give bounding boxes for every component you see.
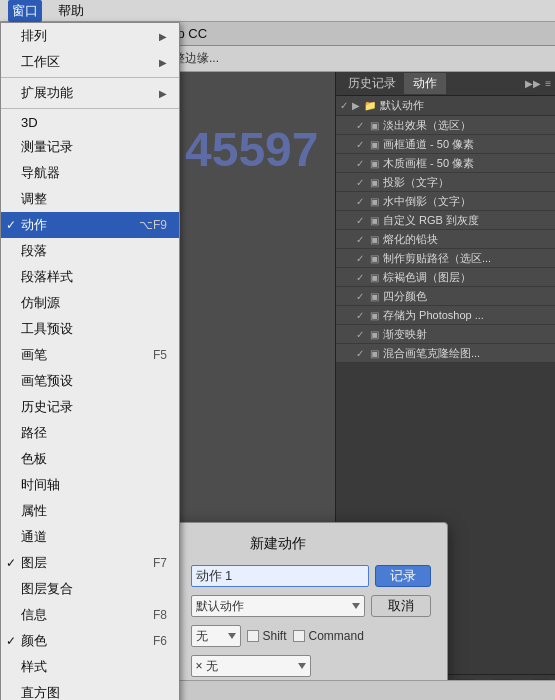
check-icon: ✓ (356, 215, 366, 226)
list-item[interactable]: ✓ ▣ 四分颜色 (336, 287, 555, 306)
folder-name: 默认动作 (380, 98, 424, 113)
menu-item-layer-comps[interactable]: 图层复合 (1, 576, 179, 602)
ps-options-bar: 调整边缘... (155, 46, 555, 72)
check-icon: ✓ (356, 253, 366, 264)
menu-help[interactable]: 帮助 (54, 0, 88, 22)
action-icon: ▣ (370, 120, 379, 131)
action-icon: ▣ (370, 310, 379, 321)
panel-more-icon[interactable]: ≡ (545, 78, 551, 89)
menu-item-extensions[interactable]: 扩展功能 ▶ (1, 80, 179, 106)
panel-menu-icon[interactable]: ▶▶ (525, 78, 541, 89)
color-select[interactable]: × 无 (191, 655, 311, 677)
list-item[interactable]: ✓ ▣ 自定义 RGB 到灰度 (336, 211, 555, 230)
action-icon: ▣ (370, 272, 379, 283)
funckey-select[interactable]: 无 (191, 625, 241, 647)
menu-item-workspace[interactable]: 工作区 ▶ (1, 49, 179, 75)
check-icon: ✓ (356, 329, 366, 340)
menu-item-clone-source[interactable]: 仿制源 (1, 290, 179, 316)
menu-item-tool-presets[interactable]: 工具预设 (1, 316, 179, 342)
panel-tabs: 历史记录 动作 ▶▶ ≡ (336, 72, 555, 96)
folder-icon: ▶ (352, 100, 360, 111)
name-input[interactable] (191, 565, 369, 587)
list-item[interactable]: ✓ ▣ 渐变映射 (336, 325, 555, 344)
check-icon: ✓ (356, 348, 366, 359)
menu-item-paragraph-style[interactable]: 段落样式 (1, 264, 179, 290)
menu-window[interactable]: 窗口 (8, 0, 42, 22)
arrow-icon: ▶ (159, 57, 167, 68)
action-icon: ▣ (370, 139, 379, 150)
menu-item-history[interactable]: 历史记录 (1, 394, 179, 420)
menu-item-timeline[interactable]: 时间轴 (1, 472, 179, 498)
action-icon: ▣ (370, 215, 379, 226)
menu-item-arrange[interactable]: 排列 ▶ (1, 23, 179, 49)
menu-item-paragraph[interactable]: 段落 (1, 238, 179, 264)
canvas-watermark-number: 45597 (185, 122, 318, 177)
list-item[interactable]: ✓ ▣ 混合画笔克隆绘图... (336, 344, 555, 363)
record-button[interactable]: 记录 (375, 565, 431, 587)
shift-checkbox[interactable] (247, 630, 259, 642)
cancel-button[interactable]: 取消 (371, 595, 431, 617)
list-item[interactable]: ✓ ▣ 熔化的铅块 (336, 230, 555, 249)
menu-bar: 窗口 帮助 (0, 0, 555, 22)
tab-actions[interactable]: 动作 (405, 73, 446, 94)
menu-item-properties[interactable]: 属性 (1, 498, 179, 524)
check-icon: ✓ (356, 291, 366, 302)
menu-item-adjustments[interactable]: 调整 (1, 186, 179, 212)
shift-label: Shift (263, 629, 287, 643)
menu-item-brush-presets[interactable]: 画笔预设 (1, 368, 179, 394)
group-select[interactable]: 默认动作 (191, 595, 365, 617)
action-icon: ▣ (370, 253, 379, 264)
list-item[interactable]: ✓ ▣ 投影（文字） (336, 173, 555, 192)
action-icon: ▣ (370, 329, 379, 340)
check-icon: ✓ (356, 177, 366, 188)
ps-titlebar: hop CC (155, 22, 555, 46)
menu-item-color[interactable]: ✓ 颜色 F6 (1, 628, 179, 654)
action-icon: ▣ (370, 291, 379, 302)
check-icon: ✓ (356, 196, 366, 207)
check-icon: ✓ (356, 120, 366, 131)
folder-shape-icon: 📁 (364, 100, 376, 111)
list-item[interactable]: ✓ ▣ 存储为 Photoshop ... (336, 306, 555, 325)
dropdown-menu: 排列 ▶ 工作区 ▶ 扩展功能 ▶ 3D 测量记录 导航器 调整 ✓ 动作 ⌥F… (0, 22, 180, 700)
command-checkbox[interactable] (293, 630, 305, 642)
menu-item-styles[interactable]: 样式 (1, 654, 179, 680)
separator (1, 108, 179, 109)
list-item[interactable]: ✓ ▣ 制作剪贴路径（选区... (336, 249, 555, 268)
list-item[interactable]: ✓ ▣ 水中倒影（文字） (336, 192, 555, 211)
list-item[interactable]: ✓ ▣ 淡出效果（选区） (336, 116, 555, 135)
list-item[interactable]: ✓ ▣ 棕褐色调（图层） (336, 268, 555, 287)
action-icon: ▣ (370, 196, 379, 207)
action-icon: ▣ (370, 177, 379, 188)
action-icon: ▣ (370, 348, 379, 359)
check-icon: ✓ (356, 310, 366, 321)
menu-item-brush[interactable]: 画笔 F5 (1, 342, 179, 368)
check-icon: ✓ (356, 234, 366, 245)
menu-item-info[interactable]: 信息 F8 (1, 602, 179, 628)
check-icon: ✓ (356, 272, 366, 283)
menu-item-measure[interactable]: 测量记录 (1, 134, 179, 160)
check-icon: ✓ (340, 100, 348, 111)
tab-history[interactable]: 历史记录 (340, 73, 405, 94)
menu-item-histogram[interactable]: 直方图 (1, 680, 179, 700)
menu-item-paths[interactable]: 路径 (1, 420, 179, 446)
separator (1, 77, 179, 78)
menu-item-swatches[interactable]: 色板 (1, 446, 179, 472)
arrow-icon: ▶ (159, 88, 167, 99)
menu-item-navigator[interactable]: 导航器 (1, 160, 179, 186)
check-icon: ✓ (356, 158, 366, 169)
arrow-icon: ▶ (159, 31, 167, 42)
menu-item-channels[interactable]: 通道 (1, 524, 179, 550)
list-item[interactable]: ✓ ▣ 画框通道 - 50 像素 (336, 135, 555, 154)
menu-item-actions[interactable]: ✓ 动作 ⌥F9 (1, 212, 179, 238)
action-icon: ▣ (370, 158, 379, 169)
action-icon: ▣ (370, 234, 379, 245)
menu-item-layers[interactable]: ✓ 图层 F7 (1, 550, 179, 576)
list-item[interactable]: ✓ ▣ 木质画框 - 50 像素 (336, 154, 555, 173)
menu-item-3d[interactable]: 3D (1, 111, 179, 134)
check-icon: ✓ (356, 139, 366, 150)
actions-folder[interactable]: ✓ ▶ 📁 默认动作 (336, 96, 555, 116)
command-label: Command (309, 629, 364, 643)
